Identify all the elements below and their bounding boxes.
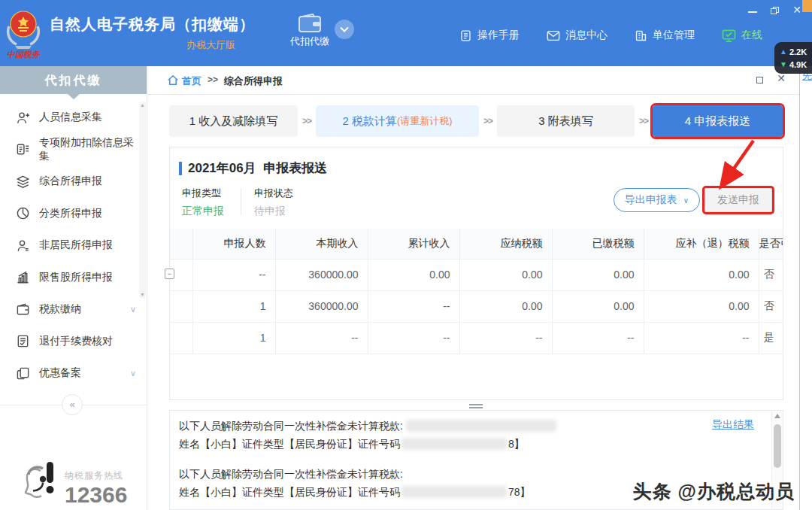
- step-4-declaration-send[interactable]: 4 申报表报送: [653, 105, 783, 137]
- step-tabs: 1 收入及减除填写 >> 2 税款计算(请重新计税) >> 3 附表填写 >> …: [169, 105, 783, 137]
- app-window: 中国税务 自然人电子税务局（扣缴端） 办税大厅版 代扣代缴 操作手册 消息中心: [0, 0, 812, 510]
- section-title: 2021年06月 申报表报送: [179, 159, 327, 177]
- hotline-operator-icon: [18, 460, 60, 507]
- corner-overlay: [802, 0, 812, 12]
- chevron-down-icon: ∨: [130, 305, 136, 314]
- pane-close-button[interactable]: ✕: [777, 72, 786, 84]
- title-accent-bar: [179, 162, 182, 175]
- bar-chart-icon: [15, 270, 30, 285]
- step-2-tax-calc[interactable]: 2 税款计算(请重新计税): [316, 105, 479, 137]
- minimize-button[interactable]: [748, 11, 757, 13]
- hotline-block: 纳税服务热线 12366: [18, 460, 127, 507]
- nav-online-status[interactable]: 在线: [722, 29, 762, 42]
- declarable-flag: 是: [759, 322, 783, 354]
- table-row[interactable]: --360000.000.00 0.000.000.00 否: [170, 259, 783, 290]
- declarable-flag: 否: [759, 259, 783, 290]
- chevron-down-icon: ∨: [683, 196, 689, 205]
- main-content: 首页 >> 综合所得申报 ✕ 1 收入及减除填写 >> 2 税款计算(请重新计税…: [147, 66, 799, 510]
- sidebar-item-classified-income[interactable]: 分类所得申报: [0, 198, 147, 230]
- scrollbar-thumb[interactable]: [774, 424, 781, 468]
- breadcrumb-current: 综合所得申报: [224, 74, 283, 88]
- home-icon: [167, 74, 179, 86]
- scroll-down-arrow[interactable]: ▼: [139, 291, 146, 299]
- upload-icon: ▲: [780, 47, 787, 56]
- breadcrumb: 首页 >> 综合所得申报 ✕: [147, 66, 799, 95]
- table-row[interactable]: 1---- ------ 是: [170, 322, 783, 354]
- header-cut-column: [170, 229, 192, 259]
- envelope-icon: [547, 30, 560, 41]
- download-icon: ▼: [780, 60, 787, 68]
- scroll-up-arrow[interactable]: [774, 414, 780, 418]
- nav-manual[interactable]: 操作手册: [459, 29, 520, 42]
- export-results-link[interactable]: 导出结果: [712, 418, 754, 432]
- sidebar-item-refund-fee-check[interactable]: 退付手续费核对: [0, 326, 147, 358]
- redacted-id-blur: [401, 438, 507, 450]
- breadcrumb-home[interactable]: 首页: [182, 74, 201, 88]
- table-row[interactable]: 1360000.00-- 0.000.000.00 否: [170, 290, 783, 322]
- tax-bureau-logo: 中国税务: [2, 7, 44, 59]
- row-expand-icon[interactable]: −: [165, 269, 174, 279]
- sidebar-item-restricted-stock[interactable]: 限售股所得申报: [0, 262, 147, 294]
- step-1-income-fill[interactable]: 1 收入及减除填写: [169, 105, 298, 137]
- close-button[interactable]: ✕: [792, 4, 801, 16]
- module-dropdown-button[interactable]: [335, 20, 354, 39]
- step-3-schedule-fill[interactable]: 3 附表填写: [497, 105, 635, 137]
- sidebar-header: 代扣代缴: [0, 66, 147, 94]
- sidebar-menu: 人员信息采集 专项附加扣除信息采集 综合所得申报 分类所得申报 非居民所得申报 …: [0, 102, 147, 390]
- pane-restore-button[interactable]: [756, 77, 763, 83]
- sidebar-collapse-button[interactable]: «: [62, 394, 83, 415]
- monitor-check-icon: [722, 29, 736, 42]
- document-icon: [459, 29, 472, 42]
- declare-status-value: 待申报: [254, 205, 293, 218]
- id-card-icon: [15, 142, 30, 157]
- module-label: 代扣代缴: [284, 35, 335, 48]
- sidebar-item-special-deduction[interactable]: 专项附加扣除信息采集: [0, 134, 147, 166]
- hotline-label: 纳税服务热线: [65, 469, 127, 482]
- declaration-info-row: 申报类型 正常申报 申报状态 待申报 导出申报表 ∨ 发送申报: [182, 187, 777, 217]
- table-header-row: 申报人数 本期收入 累计收入 应纳税额 已缴税额 应补（退）税额 是否可: [170, 229, 783, 259]
- module-switcher[interactable]: 代扣代缴: [284, 14, 335, 48]
- download-speed: 4.9K: [789, 60, 807, 69]
- nav-unit-management[interactable]: 单位管理: [635, 29, 695, 42]
- sidebar-item-preferential-filing[interactable]: 优惠备案 ∨: [0, 357, 147, 390]
- panel-splitter-handle[interactable]: [469, 402, 483, 410]
- nav-messages[interactable]: 消息中心: [547, 29, 607, 42]
- document-check-icon: [15, 334, 30, 349]
- upload-speed: 2.2K: [789, 47, 807, 56]
- hotline-number: 12366: [65, 483, 127, 507]
- window-controls: ✕: [748, 3, 801, 15]
- pie-chart-icon: [15, 206, 30, 221]
- sidebar-item-nonresident-income[interactable]: 非居民所得申报: [0, 229, 147, 262]
- declarable-flag: 否: [759, 290, 783, 322]
- layers-icon: [15, 174, 30, 189]
- app-header: 中国税务 自然人电子税务局（扣缴端） 办税大厅版 代扣代缴 操作手册 消息中心: [0, 0, 812, 66]
- header-nav: 操作手册 消息中心 单位管理 在线: [459, 29, 762, 42]
- svg-text:中国税务: 中国税务: [7, 50, 41, 59]
- sidebar-item-comprehensive-income[interactable]: 综合所得申报: [0, 165, 147, 198]
- restore-button[interactable]: [771, 7, 779, 14]
- sidebar-scrollbar[interactable]: ▲ ▼: [139, 102, 146, 299]
- wallet-icon: [298, 14, 322, 33]
- info-divider: [241, 188, 241, 215]
- declaration-table-wrap: 申报人数 本期收入 累计收入 应纳税额 已缴税额 应补（退）税额 是否可 --: [170, 229, 783, 354]
- clipped-side-panel: 先: [799, 66, 812, 510]
- watermark: 头条 @办税总动员: [633, 479, 795, 504]
- sidebar-item-personnel-info[interactable]: 人员信息采集: [0, 102, 147, 134]
- message-block: 以下人员解除劳动合同一次性补偿金未计算税款: 姓名【小白】证件类型【居民身份证】…: [179, 417, 738, 453]
- send-declaration-button[interactable]: 发送申报: [704, 188, 772, 212]
- breadcrumb-separator: >>: [208, 74, 218, 85]
- declaration-card: 2021年06月 申报表报送 申报类型 正常申报 申报状态 待申报 导出申报表 …: [169, 147, 783, 400]
- scroll-up-arrow[interactable]: ▲: [139, 102, 146, 109]
- sidebar-header-notch: [68, 94, 80, 99]
- sidebar-item-tax-payment[interactable]: 税款缴纳 ∨: [0, 293, 147, 326]
- wallet-small-icon: [15, 302, 30, 317]
- export-declaration-button[interactable]: 导出申报表 ∨: [614, 188, 700, 212]
- chevron-down-icon: [340, 26, 349, 32]
- declare-status: 申报状态 待申报: [254, 187, 293, 218]
- redacted-blur: [406, 420, 556, 432]
- recalc-note: (请重新计税): [397, 114, 453, 128]
- building-icon: [635, 29, 647, 42]
- person-plus-icon: [15, 110, 30, 125]
- declare-type-value: 正常申报: [182, 205, 224, 218]
- declare-type: 申报类型 正常申报: [182, 187, 224, 218]
